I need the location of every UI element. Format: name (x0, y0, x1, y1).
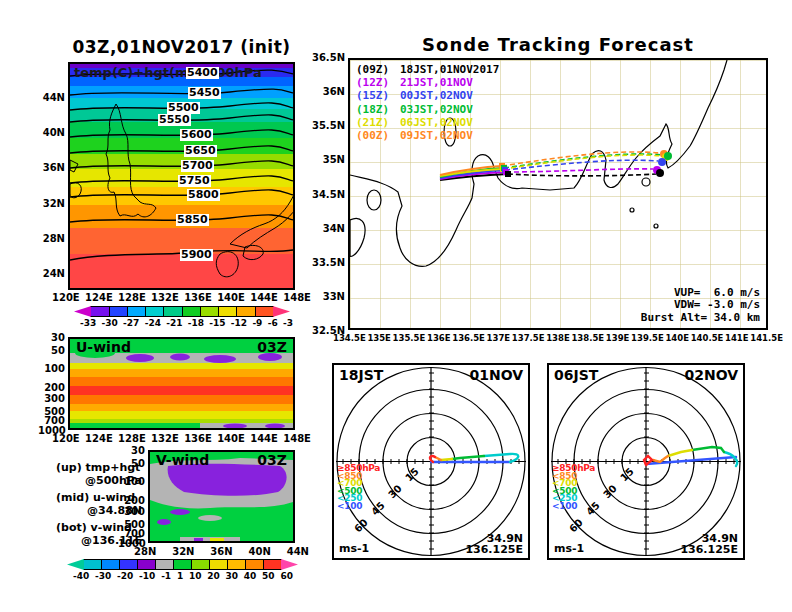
tick-label: 120E (52, 292, 80, 303)
tick-label: 33.5N (312, 257, 345, 268)
legend-entry: (15Z)00JST,02NOV (356, 89, 499, 102)
legend-utc-time: (00Z) (356, 129, 400, 142)
tick-label: 132E (151, 433, 179, 444)
tick-label: -21 (166, 318, 182, 328)
tick-label: 200 (38, 382, 65, 393)
tick-label: -27 (123, 318, 139, 328)
tick-label: 138E (546, 333, 570, 343)
tick-label: 144E (250, 292, 278, 303)
colorbar-cell (109, 306, 128, 317)
tick-label: 136.5E (452, 333, 485, 343)
uwind-label: U-wind (76, 339, 131, 355)
tick-label: 148E (283, 433, 311, 444)
field-label: temp(C)+hgt(m)@500hPa (74, 65, 262, 80)
tick-label: 141E (725, 333, 749, 343)
legend-entry: (00Z)09JST,02NOV (356, 129, 499, 142)
tick-label: 20 (207, 571, 220, 581)
colorbar-cell (191, 559, 210, 570)
tick-label: 33N (323, 291, 345, 302)
contour-label: 5850 (176, 214, 209, 226)
legend-utc-time: (15Z) (356, 89, 400, 102)
sonde-y-axis: 36.5N36N35.5N35N34.5N34N33.5N33N32.5N (308, 52, 345, 336)
tick-label: 28N (43, 233, 65, 244)
tick-label: 40N (43, 127, 65, 138)
init-panel-title: 03Z,01NOV2017 (init) (68, 37, 295, 57)
tick-label: 124E (85, 292, 113, 303)
cross-section-field: (bot) v-wind (56, 521, 146, 534)
colorbar-cell (83, 559, 102, 570)
tick-label: -12 (231, 318, 247, 328)
sonde-panel-title: Sonde Tracking Forecast (348, 34, 768, 55)
weather-forecast-dashboard: 03Z,01NOV2017 (init) (0, 0, 792, 612)
vwind-time: 03Z (257, 452, 287, 468)
colorbar-cell (127, 306, 146, 317)
contour-label: 5700 (181, 160, 214, 172)
tick-label: -10 (139, 571, 155, 581)
tick-label: 50 (262, 571, 275, 581)
colorbar-cell (74, 306, 91, 317)
tick-label: 44N (43, 92, 65, 103)
tick-label: 30 (118, 445, 145, 456)
tick-label: 134.5E (333, 333, 366, 343)
sonde-x-axis: 134.5E135E135.5E136E136.5E137E137.5E138E… (333, 333, 783, 343)
legend-jst-time: 18JST,01NOV2017 (400, 63, 499, 76)
tick-label: 34N (323, 223, 345, 234)
tick-label: 141.5E (750, 333, 783, 343)
contour-label: 5800 (187, 189, 220, 201)
cross-section-row: (mid) u-wind @34.88N (56, 491, 146, 521)
tick-label: -33 (80, 318, 96, 328)
cross-section-location: @136.11E (56, 534, 146, 547)
sonde-tracks (440, 150, 672, 180)
colorbar-cell (137, 559, 156, 570)
legend-entry: (12Z)21JST,01NOV (356, 76, 499, 89)
tick-label: 140E (217, 433, 245, 444)
tick-label: -30 (95, 571, 111, 581)
tick-label: 1 (177, 571, 183, 581)
colorbar-cell (281, 559, 298, 570)
tick-label: 34.5N (312, 189, 345, 200)
tick-label: -30 (102, 318, 118, 328)
colorbar-cell (200, 306, 219, 317)
hodograph-date: 01NOV (469, 367, 523, 383)
tick-label: 60 (280, 571, 293, 581)
legend-utc-time: (12Z) (356, 76, 400, 89)
tick-label: 50 (38, 345, 65, 356)
cross-section-field: (mid) u-wind (56, 491, 146, 504)
tick-label: 136E (184, 433, 212, 444)
tick-label: 30 (226, 571, 239, 581)
init-colorbar-ticks: -33-30-27-24-21-18-15-12-9-6-3 (80, 318, 293, 328)
tick-label: 40 (244, 571, 257, 581)
hodograph-time: 18JST (339, 367, 383, 383)
hodograph-location: 34.9N 136.125E (465, 533, 523, 555)
hodograph-lon: 136.125E (465, 544, 523, 555)
tick-label: -15 (209, 318, 225, 328)
tick-label: 128E (118, 292, 146, 303)
colorbar-cell (209, 559, 228, 570)
tick-label: 128E (118, 433, 146, 444)
legend-utc-time: (21Z) (356, 116, 400, 129)
sonde-stats: VUP= 6.0 m/sVDW= -3.0 m/sBurst Alt= 34.0… (641, 287, 760, 325)
contour-label: 5600 (180, 129, 213, 141)
hodograph-trace (430, 454, 518, 462)
colorbar-cell (90, 306, 109, 317)
colorbar-cell (163, 306, 182, 317)
legend-entry: <100 (337, 503, 380, 511)
init-x-axis: 120E124E128E132E136E140E144E148E (52, 292, 311, 303)
tick-label: 144E (250, 433, 278, 444)
colorbar-cell (227, 559, 246, 570)
init-colorbar (75, 306, 290, 317)
legend-entry: <100 (552, 503, 595, 511)
tick-label: 35N (323, 154, 345, 165)
tick-label: 140E (665, 333, 689, 343)
hodograph-legend: ≥850hPa<850<700<500<250<100 (337, 465, 380, 510)
tick-label: 140.5E (691, 333, 724, 343)
tick-label: 32N (172, 546, 194, 557)
tick-label: -9 (252, 318, 262, 328)
colorbar-cell (182, 306, 201, 317)
tick-label: 132E (151, 292, 179, 303)
tick-label: 148E (283, 292, 311, 303)
contour-label: 5550 (158, 114, 191, 126)
legend-jst-time: 03JST,02NOV (400, 103, 473, 116)
sonde-legend: (09Z)18JST,01NOV2017(12Z)21JST,01NOV(15Z… (356, 63, 499, 142)
init-map: temp(C)+hgt(m)@500hPa 5400 5450 5500 555… (68, 62, 295, 290)
